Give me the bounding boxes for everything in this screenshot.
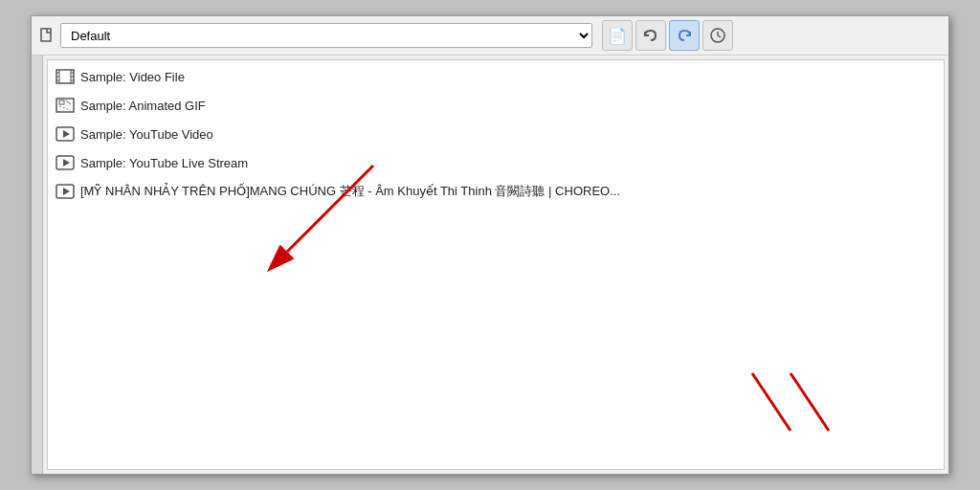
svg-marker-18 — [63, 130, 70, 138]
dropdown-container: Default — [37, 23, 592, 48]
profile-dropdown-wrapper[interactable]: Default — [60, 23, 592, 48]
toolbar-buttons: 📄 — [602, 20, 733, 51]
svg-line-15 — [66, 100, 71, 104]
list-item[interactable]: [MỸ NHÂN NHẢY TRÊN PHỐ]MANG CHÚNG 芒程 - Â… — [48, 177, 944, 206]
play-icon-2 — [56, 182, 75, 201]
item-label: Sample: Animated GIF — [80, 99, 206, 113]
toolbar: Default 📄 — [32, 16, 948, 56]
sidebar — [32, 56, 43, 474]
undo-button[interactable] — [635, 20, 666, 51]
main-window: Default 📄 — [31, 15, 949, 475]
copy-button[interactable]: 📄 — [602, 20, 633, 51]
list-item[interactable]: Sample: Animated GIF — [48, 91, 944, 120]
list-item[interactable]: Sample: Video File — [48, 62, 944, 91]
svg-marker-20 — [63, 159, 70, 167]
svg-marker-22 — [63, 188, 70, 195]
svg-rect-0 — [41, 29, 51, 41]
item-label: Sample: YouTube Video — [80, 127, 213, 142]
svg-line-16 — [59, 106, 71, 110]
clock-button[interactable] — [702, 20, 733, 51]
play-icon — [56, 124, 75, 144]
list-item[interactable]: Sample: YouTube Video — [48, 120, 944, 148]
redo-button[interactable] — [669, 20, 700, 51]
main-panel: Sample: Video File Sample: Animated GIF — [47, 59, 945, 470]
gif-icon — [56, 96, 75, 115]
svg-rect-14 — [59, 100, 64, 104]
svg-line-3 — [718, 35, 721, 37]
film-icon — [56, 67, 75, 86]
arrow-annotation-2 — [733, 364, 848, 440]
media-list: Sample: Video File Sample: Animated GIF — [48, 60, 944, 208]
item-label: [MỸ NHÂN NHẢY TRÊN PHỐ]MANG CHÚNG 芒程 - Â… — [80, 183, 620, 200]
svg-line-25 — [752, 373, 791, 431]
dropdown-file-icon — [37, 26, 56, 45]
list-item[interactable]: Sample: YouTube Live Stream — [48, 148, 944, 177]
item-label: Sample: Video File — [80, 70, 185, 84]
item-label: Sample: YouTube Live Stream — [80, 156, 248, 170]
livestream-icon — [56, 153, 75, 172]
profile-dropdown[interactable]: Default — [60, 23, 592, 48]
content-area: Sample: Video File Sample: Animated GIF — [32, 56, 948, 474]
svg-line-26 — [791, 373, 829, 431]
